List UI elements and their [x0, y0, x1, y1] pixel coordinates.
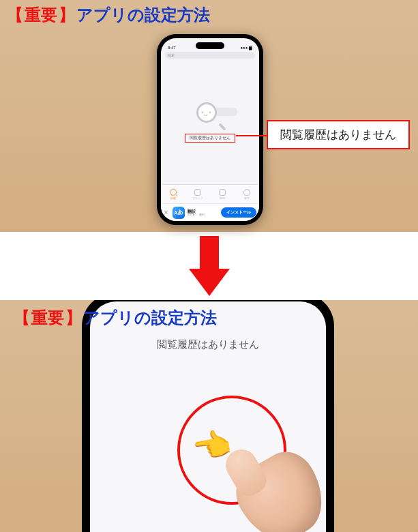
shield-icon [243, 189, 250, 196]
empty-magnifier-icon: •␣• [196, 102, 224, 130]
phone-mockup-small: 8:47 ●●● ▆ 検索 •␣• 閲覧履歴はありません 検索 [157, 34, 263, 225]
app-install-banner: ✕ Aあ 翻訳 4.6 ★ ・ 無料 インストール [161, 203, 259, 221]
tab-search[interactable]: 検索 [161, 185, 185, 203]
heading-bottom: 【 重要 】 アプリの設定方法 [7, 303, 224, 331]
heading-top: 【 重要 】 アプリの設定方法 [0, 0, 418, 29]
dynamic-island [196, 42, 224, 49]
bracket-open: 【 [14, 307, 30, 329]
heading-important: 重要 [31, 307, 64, 329]
tab-sms-label: SMS [220, 196, 226, 200]
block-icon [194, 189, 201, 196]
tab-bar: 検索 ブロック SMS 保守 [161, 184, 259, 203]
sms-icon [219, 189, 226, 196]
tab-protect[interactable]: 保守 [235, 185, 259, 203]
empty-state: •␣• 閲覧履歴はありません [161, 60, 259, 184]
top-panel: 【 重要 】 アプリの設定方法 8:47 ●●● ▆ 検索 •␣• 閲覧履歴はあ… [0, 0, 418, 232]
status-time: 8:47 [168, 46, 176, 50]
bracket-close: 】 [59, 4, 75, 26]
bracket-open: 【 [7, 4, 23, 26]
down-arrow-icon [189, 236, 230, 296]
search-icon [170, 189, 177, 196]
tab-search-label: 検索 [170, 196, 176, 200]
empty-state-text: 閲覧履歴はありません [185, 134, 235, 143]
bottom-panel: 閲覧履歴はありません 検索 ブロック SMS 1 保守 [0, 300, 418, 532]
banner-close-icon[interactable]: ✕ [164, 209, 168, 216]
status-icons: ●●● ▆ [240, 45, 252, 50]
search-input[interactable]: 検索 [165, 52, 255, 59]
bracket-close: 】 [65, 307, 82, 329]
heading-important: 重要 [25, 4, 57, 26]
banner-app-icon-text: Aあ [173, 208, 183, 217]
banner-install-button[interactable]: インストール [221, 207, 256, 218]
tab-sms[interactable]: SMS [210, 185, 235, 203]
banner-app-icon: Aあ [173, 207, 185, 219]
tab-block[interactable]: ブロック [185, 185, 210, 203]
empty-state-text-large: 閲覧履歴はありません [90, 338, 326, 351]
banner-app-sub: 4.6 ★ ・ 無料 [188, 213, 205, 216]
tab-block-label: ブロック [192, 196, 203, 200]
heading-title: アプリの設定方法 [83, 307, 217, 329]
tab-protect-label: 保守 [244, 196, 250, 200]
heading-title: アプリの設定方法 [76, 4, 210, 26]
callout-box: 閲覧履歴はありません [267, 120, 410, 149]
